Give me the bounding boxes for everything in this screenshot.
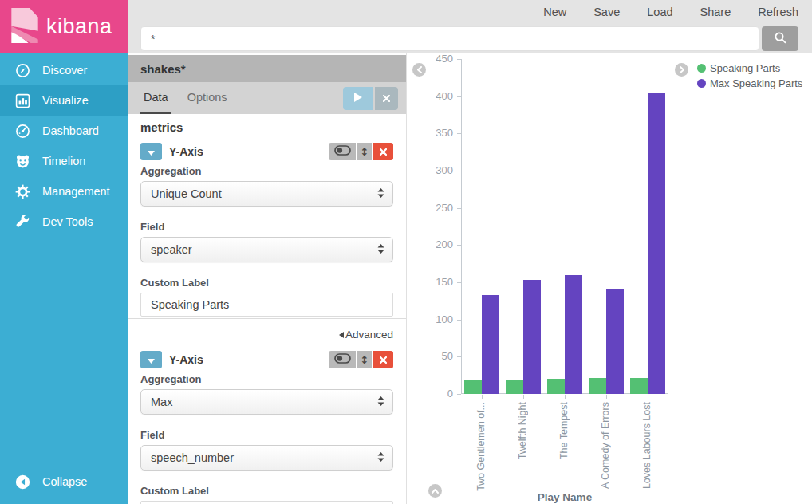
custom-label-label: Custom Label xyxy=(140,277,393,289)
chevron-up-icon xyxy=(432,485,439,497)
custom-label-input[interactable] xyxy=(140,293,393,317)
triangle-left-icon xyxy=(339,329,344,341)
chart-bar[interactable] xyxy=(589,378,606,394)
kibana-logo-text: kibana xyxy=(46,14,112,39)
dashboard-icon xyxy=(15,124,30,139)
chart-bar[interactable] xyxy=(464,380,482,394)
advanced-label: Advanced xyxy=(345,329,393,341)
chart-bar[interactable] xyxy=(482,295,499,394)
section-divider xyxy=(128,318,406,319)
agg-controls: ↕ xyxy=(329,351,393,368)
x-axis-tick-mark xyxy=(606,395,607,399)
y-axis-tick-mark xyxy=(457,245,461,246)
collapse-chart-button[interactable] xyxy=(428,484,442,498)
chart-bar[interactable] xyxy=(630,378,648,394)
delete-agg-button[interactable] xyxy=(373,143,393,160)
search-button[interactable] xyxy=(762,26,798,51)
play-icon xyxy=(354,93,362,104)
sidebar-collapse-button[interactable]: Collapse xyxy=(0,464,128,499)
aggregation-label: Aggregation xyxy=(140,165,393,177)
wrench-icon xyxy=(15,215,30,230)
top-nav: New Save Load Share Refresh xyxy=(128,0,812,24)
sidebar-item-dev-tools[interactable]: Dev Tools xyxy=(0,207,128,237)
editor-body: metrics Y-Axis xyxy=(128,114,406,504)
kibana-logo[interactable]: kibana xyxy=(0,0,128,53)
agg-title: Y-Axis xyxy=(169,353,203,366)
chart-bar[interactable] xyxy=(565,275,582,394)
tab-data[interactable]: Data xyxy=(140,82,171,114)
collapse-agg-button[interactable] xyxy=(140,351,162,368)
collapse-agg-button[interactable] xyxy=(140,143,162,160)
disable-agg-toggle[interactable] xyxy=(329,143,356,160)
chevron-right-icon xyxy=(679,64,685,76)
new-button[interactable]: New xyxy=(543,6,566,18)
save-button[interactable]: Save xyxy=(593,6,620,18)
y-axis-tick-label: 100 xyxy=(408,313,453,325)
gear-icon xyxy=(15,184,30,199)
y-axis-tick-label: 400 xyxy=(408,90,453,102)
tab-options[interactable]: Options xyxy=(184,82,231,114)
y-axis-tick-mark xyxy=(457,394,461,395)
sidebar-item-label: Discover xyxy=(42,64,87,77)
main-area: New Save Load Share Refresh shakes* xyxy=(128,0,812,504)
aggregation-select[interactable]: Max xyxy=(140,389,393,415)
x-axis-tick-label: Loves Labours Lost xyxy=(641,402,652,489)
y-axis-tick-label: 250 xyxy=(408,202,453,214)
field-label: Field xyxy=(140,429,393,441)
aggregation-label: Aggregation xyxy=(140,373,393,385)
agg-header-2: Y-Axis ↕ xyxy=(140,350,393,369)
sidebar-item-label: Dev Tools xyxy=(42,215,93,228)
chart-bar[interactable] xyxy=(523,280,541,394)
legend-toggle-button[interactable] xyxy=(675,63,688,77)
select-arrows-icon xyxy=(377,187,384,200)
y-axis-tick-mark xyxy=(457,320,461,321)
close-icon xyxy=(383,93,390,104)
apply-changes-button[interactable] xyxy=(343,87,373,110)
x-axis-title: Play Name xyxy=(461,491,668,503)
kibana-logo-icon xyxy=(10,8,39,45)
aggregation-select[interactable]: Unique Count xyxy=(140,181,393,207)
field-select[interactable]: speaker xyxy=(140,237,393,262)
discard-changes-button[interactable] xyxy=(375,87,398,110)
collapse-label: Collapse xyxy=(42,475,87,488)
advanced-toggle-link[interactable]: Advanced xyxy=(339,329,393,341)
chart-bar[interactable] xyxy=(547,379,565,394)
sidebar-item-dashboard[interactable]: Dashboard xyxy=(0,116,128,146)
sidebar-item-label: Management xyxy=(42,185,110,198)
load-button[interactable]: Load xyxy=(647,6,672,18)
chevron-down-icon xyxy=(148,146,155,158)
content-row: shakes* Data Options xyxy=(128,53,812,504)
x-axis-tick-mark xyxy=(648,395,648,399)
sidebar-item-management[interactable]: Management xyxy=(0,176,128,207)
chart-bar[interactable] xyxy=(606,289,624,394)
chart-bar[interactable] xyxy=(506,380,523,394)
y-axis-tick-mark xyxy=(457,96,461,97)
sidebar-item-discover[interactable]: Discover xyxy=(0,55,128,85)
search-bar xyxy=(128,24,812,53)
aggregation-select-value: Unique Count xyxy=(151,187,377,200)
legend-item[interactable]: Speaking Parts xyxy=(697,62,802,74)
sidebar-item-visualize[interactable]: Visualize xyxy=(0,85,128,116)
agg-header-1: Y-Axis ↕ xyxy=(140,142,393,161)
sidebar-item-timelion[interactable]: Timelion xyxy=(0,146,128,176)
y-axis-tick-label: 0 xyxy=(408,388,453,400)
delete-agg-button[interactable] xyxy=(373,351,393,368)
advanced-row: Advanced xyxy=(140,329,393,341)
refresh-button[interactable]: Refresh xyxy=(758,6,798,18)
select-arrows-icon xyxy=(377,451,384,464)
legend-item[interactable]: Max Speaking Parts xyxy=(697,77,802,89)
move-agg-button[interactable]: ↕ xyxy=(357,351,372,368)
toggle-icon xyxy=(334,353,351,366)
share-button[interactable]: Share xyxy=(700,6,731,18)
aggregation-select-value: Max xyxy=(151,396,377,408)
move-agg-button[interactable]: ↕ xyxy=(357,143,372,160)
collapse-left-panel-button[interactable] xyxy=(412,63,426,77)
field-select[interactable]: speech_number xyxy=(140,445,393,471)
search-input[interactable] xyxy=(140,26,759,51)
chart-bar[interactable] xyxy=(648,93,665,394)
disable-agg-toggle[interactable] xyxy=(329,351,356,368)
custom-label-input[interactable] xyxy=(140,501,393,504)
search-icon xyxy=(774,31,787,47)
visualization-panel: Speaking Parts Max Speaking Parts 050100… xyxy=(407,53,812,504)
sidebar: kibana Discover Visualize Dashboard xyxy=(0,0,128,504)
